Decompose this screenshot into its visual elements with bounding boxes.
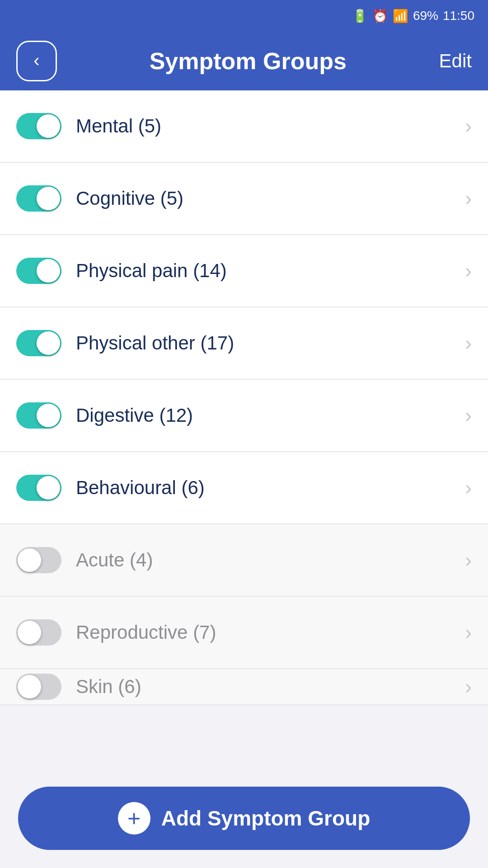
time-display: 11:50 xyxy=(443,9,474,23)
toggle-physical-other[interactable] xyxy=(16,330,61,356)
toggle-knob-skin xyxy=(18,675,41,698)
toggle-mental[interactable] xyxy=(16,113,61,139)
toggle-knob-reproductive xyxy=(18,621,41,644)
toggle-skin[interactable] xyxy=(16,674,61,700)
toggle-knob-physical-other xyxy=(37,331,60,355)
toggle-knob-digestive xyxy=(37,404,60,427)
toggle-cognitive[interactable] xyxy=(16,185,61,212)
page-title: Symptom Groups xyxy=(150,47,347,75)
add-button-container: + Add Symptom Group xyxy=(0,773,488,868)
list-item-digestive[interactable]: Digestive (12) › xyxy=(0,380,488,452)
chevron-right-icon-physical-pain: › xyxy=(465,259,472,282)
wifi-icon: 📶 xyxy=(393,9,408,24)
back-chevron-icon: ‹ xyxy=(33,51,39,69)
toggle-knob-cognitive xyxy=(37,187,60,210)
item-label-physical-other: Physical other (17) xyxy=(76,332,458,354)
chevron-right-icon-digestive: › xyxy=(465,404,472,427)
list-item-skin-partial[interactable]: Skin (6) › xyxy=(0,669,488,705)
chevron-right-icon-cognitive: › xyxy=(465,187,472,210)
chevron-right-icon-acute: › xyxy=(465,549,472,571)
symptom-groups-list: Mental (5) › Cognitive (5) › Physical pa… xyxy=(0,90,488,705)
chevron-right-icon-physical-other: › xyxy=(465,332,472,354)
list-item-physical-pain[interactable]: Physical pain (14) › xyxy=(0,235,488,307)
toggle-knob-physical-pain xyxy=(37,259,60,283)
status-icons: 🔋 ⏰ 📶 69% 11:50 xyxy=(352,9,474,24)
item-label-physical-pain: Physical pain (14) xyxy=(76,260,458,282)
list-item-mental[interactable]: Mental (5) › xyxy=(0,90,488,163)
item-label-reproductive: Reproductive (7) xyxy=(76,622,458,643)
add-symptom-group-button[interactable]: + Add Symptom Group xyxy=(18,787,470,850)
battery-percent: 69% xyxy=(413,9,438,23)
item-label-acute: Acute (4) xyxy=(76,549,458,571)
add-button-label: Add Symptom Group xyxy=(161,806,371,830)
list-item-physical-other[interactable]: Physical other (17) › xyxy=(0,307,488,380)
toggle-reproductive[interactable] xyxy=(16,619,61,646)
edit-button[interactable]: Edit xyxy=(439,50,472,72)
list-item-acute[interactable]: Acute (4) › xyxy=(0,524,488,597)
toggle-digestive[interactable] xyxy=(16,402,61,429)
toggle-acute[interactable] xyxy=(16,547,61,573)
item-label-cognitive: Cognitive (5) xyxy=(76,188,458,209)
toggle-physical-pain[interactable] xyxy=(16,258,61,284)
list-item-cognitive[interactable]: Cognitive (5) › xyxy=(0,163,488,235)
status-bar: 🔋 ⏰ 📶 69% 11:50 xyxy=(0,0,488,32)
toggle-knob-behavioural xyxy=(37,476,60,500)
app-header: ‹ Symptom Groups Edit xyxy=(0,32,488,90)
item-label-skin: Skin (6) xyxy=(76,676,458,698)
chevron-right-icon-skin: › xyxy=(465,675,472,698)
back-button[interactable]: ‹ xyxy=(16,41,57,81)
chevron-right-icon-behavioural: › xyxy=(465,476,472,499)
item-label-mental: Mental (5) xyxy=(76,115,458,137)
toggle-behavioural[interactable] xyxy=(16,475,61,501)
toggle-knob-acute xyxy=(18,548,41,572)
battery-save-icon: 🔋 xyxy=(352,9,368,24)
list-item-reproductive[interactable]: Reproductive (7) › xyxy=(0,597,488,669)
toggle-knob-mental xyxy=(37,114,60,138)
item-label-digestive: Digestive (12) xyxy=(76,405,458,426)
alarm-icon: ⏰ xyxy=(372,9,388,24)
chevron-right-icon-mental: › xyxy=(465,115,472,137)
item-label-behavioural: Behavioural (6) xyxy=(76,477,458,499)
chevron-right-icon-reproductive: › xyxy=(465,621,472,644)
add-icon: + xyxy=(118,802,150,835)
list-item-behavioural[interactable]: Behavioural (6) › xyxy=(0,452,488,524)
